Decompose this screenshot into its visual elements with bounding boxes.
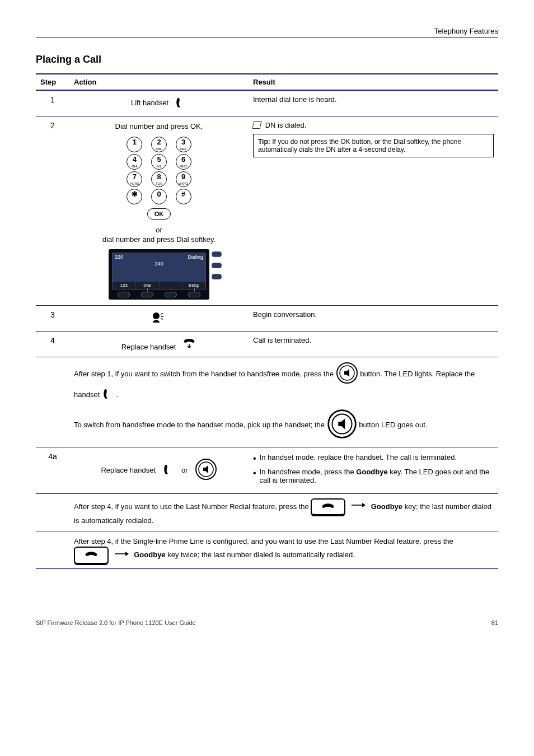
- goodbye-key-name: Goodbye: [371, 502, 402, 510]
- action-cell: Replace handset: [69, 332, 249, 357]
- key-1: 1: [127, 137, 142, 152]
- page-footer: SIP Firmware Release 2.0 for IP Phone 11…: [36, 619, 498, 626]
- action-text: Dial number and press OK,: [74, 122, 244, 130]
- note-text: key twice; the last number dialed is aut…: [167, 550, 355, 559]
- table-row: 4a Replace handset or • In handset mode,…: [36, 447, 498, 493]
- section-title: Placing a Call: [36, 54, 498, 66]
- table-row: 2 Dial number and press OK, 1 2ABC 3DEF …: [36, 116, 498, 306]
- checkbox-icon: [252, 121, 262, 129]
- col-step: Step: [36, 74, 69, 90]
- bullet-text-part: In handsfree mode, press the: [260, 468, 357, 476]
- action-cell: Lift handset: [69, 90, 249, 116]
- result-text: Internal dial tone is heard.: [253, 95, 494, 104]
- softkey-button-icon: [141, 292, 153, 297]
- action-cell: [69, 306, 249, 332]
- footer-left: SIP Firmware Release 2.0 for IP Phone 11…: [36, 619, 196, 626]
- handset-icon: [175, 96, 187, 110]
- bullet-text: In handsfree mode, press the Goodbye key…: [260, 468, 494, 484]
- table-row: After step 1, if you want to switch from…: [36, 357, 498, 447]
- action-or: or: [181, 466, 188, 474]
- table-row: 3 Begin conversation.: [36, 306, 498, 332]
- key-hash: #: [176, 189, 191, 204]
- step-num: 4: [36, 332, 69, 357]
- note-cell: After step 4, if you want to use the Las…: [69, 493, 498, 531]
- lcd-ext1: 220: [115, 254, 123, 260]
- step-num: [36, 531, 69, 568]
- key-6: 6MNO: [176, 154, 191, 170]
- result-text: Call is terminated.: [253, 336, 494, 344]
- handsfree-button-icon: [327, 409, 357, 442]
- col-action: Action: [69, 74, 249, 90]
- line-key-icon: [212, 263, 222, 268]
- lcd-status: Dialing: [188, 254, 203, 260]
- tip-box: Tip: If you do not press the OK button, …: [253, 134, 494, 157]
- handsfree-button-icon: [195, 458, 217, 482]
- step-num: 2: [36, 116, 69, 306]
- goodbye-key-icon: [311, 498, 345, 516]
- key-2: 2ABC: [151, 137, 167, 152]
- svg-marker-8: [362, 503, 366, 507]
- softkey-button-icon: [118, 292, 130, 297]
- key-star: ✱: [127, 189, 142, 204]
- key-8: 8TUV: [151, 171, 167, 187]
- step-num: 4a: [36, 447, 69, 493]
- goodbye-key-icon: [74, 547, 109, 564]
- note-text: .: [116, 390, 119, 399]
- note-text: After step 4, if you want to use the Las…: [74, 502, 311, 510]
- page-header: Telephony Features: [36, 27, 498, 38]
- bullet-key-name: Goodbye: [356, 468, 387, 476]
- tip-label: Tip:: [258, 138, 270, 146]
- note-text: After step 1, if you want to switch from…: [74, 370, 336, 378]
- action-text: Replace handset: [101, 466, 156, 474]
- bullet-text: In handset mode, replace the handset. Th…: [260, 453, 457, 461]
- line-key-icon: [212, 274, 222, 279]
- note-cell: After step 1, if you want to switch from…: [69, 357, 498, 447]
- procedure-table: Step Action Result 1 Lift handset Intern…: [36, 73, 498, 569]
- key-ok: OK: [147, 208, 171, 220]
- result-cell: Call is terminated.: [249, 332, 498, 357]
- header-right: Telephony Features: [434, 27, 498, 35]
- handsfree-button-icon: [336, 362, 358, 388]
- action-text: Replace handset: [121, 343, 176, 351]
- note-text: To switch from handsfree mode to the han…: [74, 421, 327, 429]
- talking-head-icon: [151, 311, 167, 325]
- svg-point-0: [153, 312, 160, 319]
- phone-display-illustration: 220 Dialing 240 123 Dial BkSp: [109, 249, 209, 300]
- key-7: 7PQRS: [127, 171, 142, 187]
- result-cell: Begin conversation.: [249, 306, 498, 332]
- arrow-right-icon: [114, 550, 129, 561]
- handset-down-icon: [182, 343, 196, 351]
- action-cell: Dial number and press OK, 1 2ABC 3DEF 4G…: [69, 116, 249, 306]
- step-num: [36, 357, 69, 447]
- tip-text: If you do not press the OK button, or th…: [258, 138, 461, 153]
- note-text: After step 4, if the Single-line Prime L…: [74, 537, 453, 545]
- key-3: 3DEF: [176, 137, 191, 152]
- table-row: After step 4, if you want to use the Las…: [36, 493, 498, 531]
- note-cell: After step 4, if the Single-line Prime L…: [69, 531, 498, 568]
- line-key-icon: [212, 251, 222, 257]
- bullet-icon: •: [253, 469, 256, 478]
- softkey-button-icon: [188, 292, 200, 297]
- table-row: 4 Replace handset Call is terminated.: [36, 332, 498, 357]
- key-4: 4GHI: [127, 154, 142, 170]
- step-num: [36, 493, 69, 531]
- arrow-right-icon: [351, 501, 366, 512]
- result-text: DN is dialed.: [265, 121, 307, 129]
- action-or: or: [74, 226, 244, 234]
- action-text: Lift handset: [131, 99, 168, 107]
- handset-icon: [102, 388, 114, 403]
- softkey-button-icon: [165, 292, 177, 297]
- col-result: Result: [249, 74, 498, 90]
- result-cell: • In handset mode, replace the handset. …: [249, 447, 498, 493]
- table-row: 1 Lift handset Internal dial tone is hea…: [36, 90, 498, 116]
- step-num: 1: [36, 90, 69, 116]
- key-0: 0: [151, 189, 167, 204]
- step-num: 3: [36, 306, 69, 332]
- result-text: Begin conversation.: [253, 310, 494, 319]
- note-text: button LED goes out.: [359, 421, 427, 429]
- key-9: 9WXYZ: [176, 171, 191, 187]
- result-cell: DN is dialed. Tip: If you do not press t…: [249, 116, 498, 306]
- handset-icon: [162, 463, 175, 477]
- dialpad-illustration: 1 2ABC 3DEF 4GHI 5JKL 6MNO 7PQRS 8TUV 9W…: [123, 135, 194, 221]
- action-text: dial number and press Dial softkey.: [74, 235, 244, 244]
